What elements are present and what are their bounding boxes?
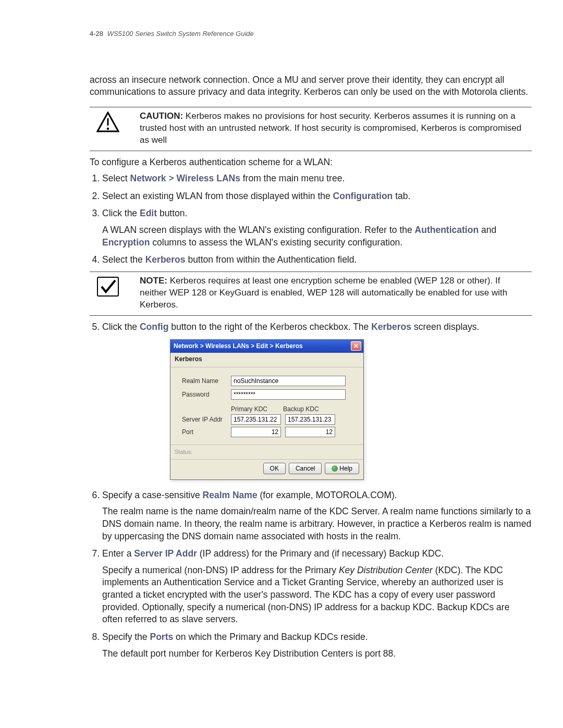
step-8-detail: The default port number for Kerberos Key… [102, 648, 532, 660]
running-header: 4-28 WS5100 Series Switch System Referen… [69, 29, 532, 39]
step-7-detail: Specify a numerical (non-DNS) IP address… [102, 564, 532, 626]
dialog-titlebar: Network > Wireless LANs > Edit > Kerbero… [170, 340, 363, 353]
step-4: Select the Kerberos button from within t… [102, 254, 532, 266]
kdc-column-headers: Primary KDC Backup KDC [231, 405, 356, 413]
server-ip-backup-input[interactable] [285, 414, 335, 425]
step-6: Specify a case-sensitive Realm Name (for… [102, 489, 532, 543]
dialog-title: Network > Wireless LANs > Edit > Kerbero… [174, 342, 303, 350]
step-6-detail: The realm name is the name domain/realm … [102, 505, 532, 542]
step-2: Select an existing WLAN from those displ… [102, 190, 532, 203]
server-ip-primary-input[interactable] [231, 414, 281, 425]
steps-list-cont: Click the Config button to the right of … [90, 321, 532, 660]
server-ip-label: Server IP Addr [182, 415, 231, 424]
realm-input[interactable] [231, 376, 346, 386]
backup-kdc-header: Backup KDC [283, 405, 335, 413]
dialog-button-row: OK Cancel Help [170, 460, 363, 479]
note-callout: NOTE: Kerberos requires at least one enc… [90, 272, 532, 316]
caution-label: CAUTION: [140, 111, 183, 121]
help-button[interactable]: Help [325, 463, 359, 474]
step-3-detail: A WLAN screen displays with the WLAN's e… [102, 224, 532, 249]
port-primary-input[interactable] [231, 427, 281, 437]
note-text: NOTE: Kerberos requires at least one enc… [124, 275, 528, 311]
port-label: Port [182, 428, 231, 436]
note-label: NOTE: [140, 276, 167, 286]
ok-button[interactable]: OK [263, 463, 286, 474]
doc-title: WS5100 Series Switch System Reference Gu… [107, 30, 254, 38]
page-number: 4-28 [90, 30, 103, 38]
step-3: Click the Edit button. A WLAN screen dis… [102, 207, 532, 249]
dialog-body: Realm Name Password Primary KDC Backup K… [170, 367, 363, 445]
caution-icon [92, 110, 124, 132]
kerberos-dialog: Network > Wireless LANs > Edit > Kerbero… [170, 339, 364, 479]
close-icon[interactable]: ✕ [351, 341, 361, 351]
dialog-section-header: Kerberos [170, 353, 363, 367]
lead-in-text: To configure a Kerberos authentication s… [90, 156, 532, 169]
caution-callout: CAUTION: Kerberos makes no provisions fo… [90, 107, 532, 151]
help-icon [332, 465, 338, 472]
step-8: Specify the Ports on which the Primary a… [102, 631, 532, 660]
steps-list: Select Network > Wireless LANs from the … [90, 172, 532, 266]
port-backup-input[interactable] [285, 427, 335, 437]
checkmark-icon [92, 275, 124, 297]
manual-page: 4-28 WS5100 Series Switch System Referen… [0, 0, 563, 728]
intro-paragraph: across an insecure network connection. O… [90, 74, 532, 98]
dialog-status: Status: [170, 445, 363, 460]
step-1: Select Network > Wireless LANs from the … [102, 172, 532, 185]
step-7: Enter a Server IP Addr (IP address) for … [102, 548, 532, 626]
caution-text: CAUTION: Kerberos makes no provisions fo… [124, 110, 528, 146]
password-label: Password [182, 390, 231, 399]
realm-label: Realm Name [182, 377, 231, 385]
svg-rect-2 [97, 277, 118, 296]
cancel-button[interactable]: Cancel [289, 463, 322, 474]
svg-point-1 [107, 127, 109, 130]
primary-kdc-header: Primary KDC [231, 405, 283, 413]
step-5: Click the Config button to the right of … [102, 321, 532, 480]
password-input[interactable] [231, 389, 346, 400]
